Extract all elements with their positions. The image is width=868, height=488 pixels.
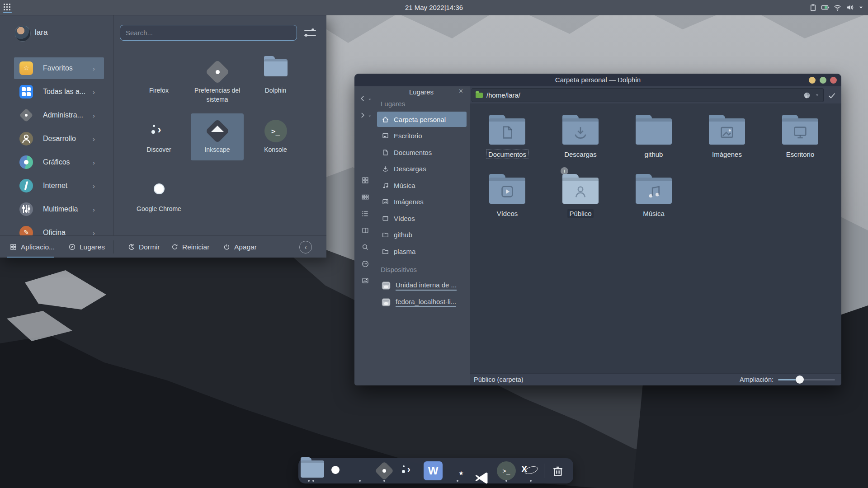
clock[interactable]: 21 May 2022|14:36 xyxy=(0,0,868,15)
forward-icon[interactable] xyxy=(359,111,367,119)
split-view-icon[interactable] xyxy=(361,226,369,235)
folder-videos[interactable]: Vídeos xyxy=(476,174,539,217)
user-avatar[interactable] xyxy=(14,25,31,42)
music-glyph-icon xyxy=(645,183,662,200)
dock-firefox[interactable] xyxy=(349,460,370,481)
tab-lugares[interactable]: Lugares xyxy=(68,236,105,258)
dock-xorg-app[interactable]: X xyxy=(520,460,541,481)
editable-location-check-icon[interactable] xyxy=(827,91,836,100)
application-launcher-button[interactable] xyxy=(1,1,13,14)
place-documentos[interactable]: Documentos xyxy=(377,145,467,160)
free-space-icon[interactable] xyxy=(803,91,811,99)
running-indicator xyxy=(457,480,458,482)
compact-view-icon[interactable] xyxy=(361,193,369,201)
sidebar-item-administracion[interactable]: Administra... › xyxy=(0,104,113,126)
more-options-icon[interactable] xyxy=(361,260,369,268)
forward-dropdown-caret-icon[interactable] xyxy=(368,114,372,118)
app-preferencias-del-sistema[interactable]: Preferencias del sistema xyxy=(191,54,244,101)
sidebar-item-desarrollo[interactable]: Desarrollo › xyxy=(0,128,113,150)
titlebar[interactable]: Carpeta personal — Dolphin xyxy=(354,74,841,86)
clipboard-icon[interactable] xyxy=(809,3,817,12)
back-icon[interactable] xyxy=(359,94,367,103)
folder-escritorio[interactable]: Escritorio xyxy=(769,114,832,158)
preview-icon[interactable] xyxy=(361,277,369,285)
sidebar-item-graficos[interactable]: Gráficos › xyxy=(0,151,113,173)
location-dropdown-caret-icon[interactable] xyxy=(815,93,820,98)
dock-konsole[interactable]: >_ xyxy=(496,460,517,481)
all-apps-icon xyxy=(19,85,33,99)
dock-gwenview[interactable]: ★ xyxy=(447,460,468,481)
app-inkscape[interactable]: Inkscape xyxy=(191,113,244,160)
dock-writer[interactable]: W xyxy=(423,460,443,481)
app-konsole[interactable]: >_ Konsole xyxy=(249,113,302,160)
dock-separator xyxy=(544,464,544,478)
place-plasma[interactable]: plasma xyxy=(377,244,467,259)
chevron-right-icon: › xyxy=(93,88,95,96)
maximize-button[interactable] xyxy=(820,77,826,84)
chevron-right-icon: › xyxy=(93,135,95,143)
sidebar-item-internet[interactable]: Internet › xyxy=(0,175,113,197)
dock-trash[interactable] xyxy=(547,460,568,481)
dock-vscode[interactable] xyxy=(472,460,492,481)
sidebar-item-multimedia[interactable]: Multimedia › xyxy=(0,198,113,220)
app-google-chrome[interactable]: Google Chrome xyxy=(132,173,185,220)
device-fedora-localhost[interactable]: fedora_localhost-li... xyxy=(377,295,467,310)
search-icon[interactable] xyxy=(361,243,369,251)
folder-green-icon xyxy=(476,93,483,98)
running-indicator xyxy=(308,480,310,482)
folder-github[interactable]: github xyxy=(622,114,685,158)
place-carpeta-personal[interactable]: Carpeta personal xyxy=(377,112,467,127)
folder-descargas[interactable]: Descargas xyxy=(549,114,612,158)
chevron-right-icon: › xyxy=(93,206,95,213)
place-descargas[interactable]: Descargas xyxy=(377,161,467,176)
shutdown-button[interactable]: Apagar xyxy=(223,236,257,258)
zoom-slider[interactable] xyxy=(778,379,835,380)
tab-aplicaciones[interactable]: Aplicacio... xyxy=(9,236,55,258)
folder-documentos[interactable]: Documentos xyxy=(476,114,539,158)
discover-icon: › xyxy=(146,118,172,144)
sidebar-item-favoritos[interactable]: Favoritos › xyxy=(14,57,104,79)
place-github[interactable]: github xyxy=(377,227,467,242)
close-button[interactable] xyxy=(830,77,837,84)
minimize-button[interactable] xyxy=(809,77,816,84)
place-escritorio[interactable]: Escritorio xyxy=(377,128,467,143)
battery-icon[interactable] xyxy=(821,3,830,12)
dock-discover[interactable]: › xyxy=(398,460,419,481)
wifi-icon[interactable] xyxy=(833,3,842,12)
hard-drive-icon xyxy=(381,297,392,308)
dock-google-chrome[interactable] xyxy=(325,460,346,481)
icons-view-icon[interactable] xyxy=(361,176,369,184)
location-bar[interactable]: /home/lara/ xyxy=(472,88,824,102)
sleep-button[interactable]: Dormir xyxy=(127,236,160,258)
folder-musica[interactable]: Música xyxy=(622,174,685,217)
volume-icon[interactable] xyxy=(845,3,854,12)
sidebar-item-todas-las-aplicaciones[interactable]: Todas las a... › xyxy=(0,81,113,103)
launcher-active-indicator xyxy=(3,12,12,13)
zoom-slider-handle[interactable] xyxy=(796,375,804,384)
dock-dolphin[interactable] xyxy=(301,460,321,481)
person-glyph-icon xyxy=(572,183,589,200)
app-discover[interactable]: › Discover xyxy=(132,113,185,160)
configure-icon[interactable] xyxy=(303,27,317,39)
hard-drive-icon xyxy=(381,280,392,291)
restart-button[interactable]: Reiniciar xyxy=(171,236,209,258)
app-dolphin[interactable]: Dolphin xyxy=(249,54,302,101)
place-musica[interactable]: Música xyxy=(377,178,467,193)
back-dropdown-caret-icon[interactable] xyxy=(368,97,372,102)
device-unidad-interna[interactable]: Unidad interna de ... xyxy=(377,278,467,293)
place-videos[interactable]: Vídeos xyxy=(377,211,467,226)
running-indicator xyxy=(383,480,385,482)
folder-publico[interactable]: + Público xyxy=(549,174,612,217)
window-title: Carpeta personal — Dolphin xyxy=(354,74,841,86)
search-input[interactable] xyxy=(120,25,297,41)
folder-imagenes[interactable]: Imágenes xyxy=(695,114,759,158)
place-imagenes[interactable]: Imágenes xyxy=(377,194,467,209)
app-firefox[interactable]: Firefox xyxy=(132,54,185,101)
launcher-divider xyxy=(113,15,114,235)
tray-expand-chevron-icon[interactable] xyxy=(858,3,864,12)
details-view-icon[interactable] xyxy=(361,210,369,218)
collapse-button[interactable]: ‹ xyxy=(299,241,312,253)
panel-close-icon[interactable]: ✕ xyxy=(458,88,463,94)
dock-system-settings[interactable] xyxy=(374,460,395,481)
graphics-icon xyxy=(19,155,33,169)
